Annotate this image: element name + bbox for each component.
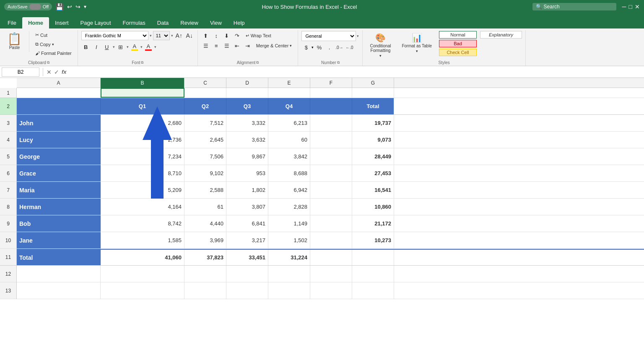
search-box[interactable]: 🔍 Search [532, 3, 616, 10]
cell-a13[interactable] [17, 282, 101, 299]
bold-button[interactable]: B [81, 42, 91, 52]
cell-e12[interactable] [268, 266, 310, 282]
cell-c8[interactable]: 61 [184, 199, 226, 215]
align-middle-button[interactable]: ↕ [212, 31, 221, 40]
cell-b10[interactable]: 1,585 [101, 232, 184, 248]
format-table-dropdown[interactable]: ▾ [416, 49, 418, 53]
cell-b2[interactable]: Q1 [101, 98, 184, 114]
cell-d9[interactable]: 6,841 [226, 215, 268, 232]
cell-d2[interactable]: Q3 [226, 98, 268, 114]
copy-button[interactable]: ⧉ Copy ▾ [33, 40, 74, 48]
cell-a2[interactable] [17, 98, 101, 114]
redo-icon[interactable]: ↪ [75, 3, 80, 10]
close-btn[interactable]: ✕ [635, 3, 640, 10]
cell-c4[interactable]: 2,645 [184, 132, 226, 148]
cell-c11[interactable]: 37,823 [184, 250, 226, 265]
cell-g10[interactable]: 10,273 [352, 232, 394, 248]
font-dropdown-icon[interactable]: ▾ [150, 34, 152, 38]
cell-g6[interactable]: 27,453 [352, 165, 394, 181]
align-right-button[interactable]: ☰ [222, 41, 231, 50]
size-dropdown-icon[interactable]: ▾ [171, 34, 173, 38]
decrease-decimal-button[interactable]: ←.0 [345, 43, 354, 52]
currency-button[interactable]: $ [301, 43, 311, 52]
increase-decimal-button[interactable]: .0→ [335, 43, 344, 52]
tab-page-layout[interactable]: Page Layout [75, 17, 117, 28]
cell-d8[interactable]: 3,807 [226, 199, 268, 215]
cell-b8[interactable]: 4,164 [101, 199, 184, 215]
style-check-cell[interactable]: Check Cell [439, 49, 477, 56]
cell-e2[interactable]: Q4 [268, 98, 310, 114]
autosave-toggle[interactable]: AutoSave Off [4, 3, 52, 10]
cell-g12[interactable] [352, 266, 394, 282]
tab-file[interactable]: File [2, 17, 22, 28]
cell-g1[interactable] [352, 88, 394, 98]
conditional-formatting-button[interactable]: 🎨 ConditionalFormatting ▾ [366, 31, 395, 59]
cell-c5[interactable]: 7,506 [184, 148, 226, 165]
italic-button[interactable]: I [92, 42, 101, 52]
cell-f6[interactable] [310, 165, 352, 181]
cell-g13[interactable] [352, 282, 394, 299]
cell-a7[interactable]: Maria [17, 182, 101, 198]
increase-indent-button[interactable]: ⇥ [243, 41, 252, 50]
cell-f11[interactable] [310, 250, 352, 265]
format-as-table-button[interactable]: 📊 Format as Table ▾ [398, 31, 436, 55]
cell-e5[interactable]: 3,842 [268, 148, 310, 165]
cell-c10[interactable]: 3,969 [184, 232, 226, 248]
cell-b12[interactable] [101, 266, 184, 282]
align-center-button[interactable]: ≡ [212, 41, 221, 50]
cell-g7[interactable]: 16,541 [352, 182, 394, 198]
cell-e3[interactable]: 6,213 [268, 115, 310, 131]
borders-button[interactable]: ⊞ [116, 42, 125, 52]
number-expand-icon[interactable]: ⧉ [337, 60, 340, 65]
cell-g3[interactable]: 19,737 [352, 115, 394, 131]
cell-c13[interactable] [184, 282, 226, 299]
cell-e4[interactable]: 60 [268, 132, 310, 148]
cell-g5[interactable]: 28,449 [352, 148, 394, 165]
tab-view[interactable]: View [204, 17, 228, 28]
cell-a8[interactable]: Herman [17, 199, 101, 215]
cell-d7[interactable]: 1,802 [226, 182, 268, 198]
cell-e13[interactable] [268, 282, 310, 299]
cell-e8[interactable]: 2,828 [268, 199, 310, 215]
cell-b7[interactable]: 5,209 [101, 182, 184, 198]
cell-c9[interactable]: 4,440 [184, 215, 226, 232]
cell-f1[interactable] [310, 88, 352, 98]
cell-b5[interactable]: 7,234 [101, 148, 184, 165]
cell-a6[interactable]: Grace [17, 165, 101, 181]
comma-button[interactable]: , [325, 43, 334, 52]
save-icon[interactable]: 💾 [55, 3, 64, 11]
undo-icon[interactable]: ↩ [67, 3, 72, 10]
tab-home[interactable]: Home [22, 17, 49, 28]
merge-center-button[interactable]: Merge & Center ▾ [254, 42, 295, 49]
tab-formulas[interactable]: Formulas [117, 17, 151, 28]
cell-f8[interactable] [310, 199, 352, 215]
cell-c7[interactable]: 2,588 [184, 182, 226, 198]
cell-d5[interactable]: 9,867 [226, 148, 268, 165]
decrease-font-button[interactable]: A↓ [185, 31, 194, 40]
cell-d11[interactable]: 33,451 [226, 250, 268, 265]
cell-f4[interactable] [310, 132, 352, 148]
cell-g2[interactable]: Total [352, 98, 394, 114]
cell-d3[interactable]: 3,332 [226, 115, 268, 131]
customize-icon[interactable]: ▾ [84, 4, 86, 10]
style-explanatory[interactable]: Explanatory [480, 31, 522, 39]
cell-c6[interactable]: 9,102 [184, 165, 226, 181]
cell-b9[interactable]: 8,742 [101, 215, 184, 232]
cell-e7[interactable]: 6,942 [268, 182, 310, 198]
cell-c12[interactable] [184, 266, 226, 282]
confirm-formula-icon[interactable]: ✓ [54, 69, 59, 75]
style-normal[interactable]: Normal [439, 31, 477, 39]
minimize-btn[interactable]: ─ [622, 3, 626, 10]
align-top-button[interactable]: ⬆ [201, 31, 210, 40]
percent-button[interactable]: % [314, 43, 324, 52]
font-color-button[interactable]: A [144, 42, 153, 52]
cell-e9[interactable]: 1,149 [268, 215, 310, 232]
cell-f10[interactable] [310, 232, 352, 248]
wrap-text-button[interactable]: ↵ Wrap Text [243, 32, 274, 40]
cell-a1[interactable] [17, 88, 101, 98]
cell-f13[interactable] [310, 282, 352, 299]
cell-c2[interactable]: Q2 [184, 98, 226, 114]
cell-d13[interactable] [226, 282, 268, 299]
cell-a3[interactable]: John [17, 115, 101, 131]
cell-f7[interactable] [310, 182, 352, 198]
